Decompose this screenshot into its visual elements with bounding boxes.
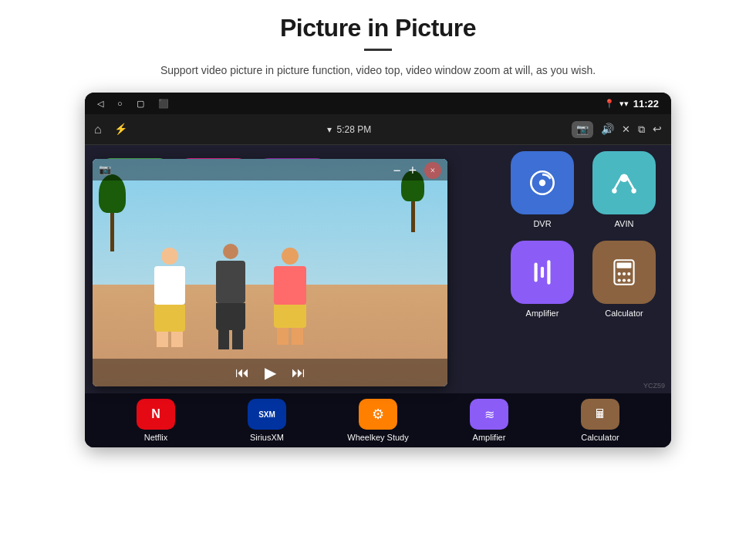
app-label-dvr: DVR <box>533 219 551 228</box>
app-label-calculator: Calculator <box>605 309 643 318</box>
pip-plus-btn[interactable]: + <box>409 163 417 179</box>
svg-point-12 <box>627 272 630 275</box>
bottom-icon-amplifier: ≋ <box>470 399 508 430</box>
svg-rect-5 <box>535 263 538 282</box>
bottom-icon-wheelkey: ⚙ <box>359 399 397 430</box>
pip-bottom-bar: ⏮ ▶ ⏭ <box>93 359 447 386</box>
bottom-app-calculator[interactable]: 🖩 Calculator <box>545 399 656 442</box>
app-item-calculator[interactable]: Calculator <box>589 241 659 318</box>
bottom-label-amplifier: Amplifier <box>473 433 506 442</box>
app-icon-avin <box>592 151 656 214</box>
beach-scene <box>93 159 447 386</box>
svg-point-2 <box>620 174 629 183</box>
home-nav-icon[interactable]: ⌂ <box>94 123 102 137</box>
pip-close-icon: × <box>430 165 436 177</box>
status-time: 11:22 <box>633 98 659 110</box>
svg-rect-9 <box>617 263 632 268</box>
svg-point-1 <box>539 180 545 186</box>
tree-left <box>99 174 126 251</box>
person-2 <box>212 244 249 352</box>
location-icon: 📍 <box>604 99 615 109</box>
camera-nav-btn[interactable]: 📷 <box>572 121 593 138</box>
nav-time: 5:28 PM <box>336 124 371 135</box>
person-3 <box>270 248 310 348</box>
page-subtitle: Support video picture in picture functio… <box>160 62 596 79</box>
bottom-icon-calculator: 🖩 <box>581 399 619 430</box>
pip-controls-right[interactable]: − + × <box>393 162 441 179</box>
bookmark-icon[interactable]: ⬛ <box>158 99 169 109</box>
status-bar: ◁ ○ ▢ ⬛ 📍 ▾▾ 11:22 <box>85 93 671 114</box>
bottom-icon-siriusxm: SXM <box>248 399 286 430</box>
bottom-app-netflix[interactable]: N Netflix <box>100 399 211 442</box>
pip-video[interactable]: 📷 − + × ⏮ ▶ ⏭ <box>93 159 447 386</box>
pip-prev-btn[interactable]: ⏮ <box>235 365 249 381</box>
bottom-icon-netflix: N <box>137 399 175 430</box>
home-circle-icon[interactable]: ○ <box>117 99 123 108</box>
nav-bar-right: 📷 🔊 ✕ ⧉ ↩ <box>572 121 662 138</box>
calculator-icon-svg <box>608 256 640 288</box>
close-nav-icon[interactable]: ✕ <box>622 123 630 136</box>
dvr-icon-svg <box>526 167 559 199</box>
app-icon-dvr <box>511 151 574 214</box>
pip-video-inner <box>93 159 447 386</box>
svg-rect-7 <box>547 261 550 285</box>
bottom-label-siriusxm: SiriusXM <box>250 433 284 442</box>
app-icon-calculator <box>592 241 656 304</box>
svg-rect-6 <box>541 267 544 278</box>
pip-camera-icon: 📷 <box>99 164 111 176</box>
bottom-app-wheelkey[interactable]: ⚙ Wheelkey Study <box>322 399 434 442</box>
svg-point-10 <box>618 272 621 275</box>
pip-minus-btn[interactable]: − <box>393 163 400 179</box>
pip-next-btn[interactable]: ⏭ <box>292 365 305 381</box>
bottom-label-calculator: Calculator <box>581 433 619 442</box>
svg-point-13 <box>618 279 621 282</box>
svg-point-15 <box>627 279 630 282</box>
nav-bar-center: ▾ 5:28 PM <box>327 124 371 135</box>
person-1 <box>150 248 189 344</box>
app-label-amplifier: Amplifier <box>526 309 559 318</box>
status-bar-right: 📍 ▾▾ 11:22 <box>604 98 659 110</box>
pip-close-btn[interactable]: × <box>424 162 441 179</box>
screen-area: 📷 − + × ⏮ ▶ ⏭ <box>85 145 671 447</box>
back-nav-icon[interactable]: ↩ <box>653 123 662 136</box>
usb-nav-icon[interactable]: ⚡ <box>114 123 127 136</box>
wifi-icon: ▾▾ <box>619 99 629 109</box>
watermark: YCZ59 <box>643 382 665 390</box>
app-item-dvr[interactable]: DVR <box>508 151 577 228</box>
back-arrow-icon[interactable]: ◁ <box>97 99 103 109</box>
svg-point-14 <box>623 279 626 282</box>
status-bar-left: ◁ ○ ▢ ⬛ <box>97 99 169 109</box>
amplifier-icon-svg <box>526 256 559 288</box>
bottom-app-amplifier[interactable]: ≋ Amplifier <box>434 399 545 442</box>
app-icon-amplifier <box>511 241 574 304</box>
bottom-label-netflix: Netflix <box>144 433 168 442</box>
app-row-bottom: N Netflix SXM SiriusXM ⚙ Wheelkey Study <box>85 393 671 447</box>
svg-point-4 <box>631 189 636 194</box>
bottom-app-siriusxm[interactable]: SXM SiriusXM <box>211 399 322 442</box>
pip-play-btn[interactable]: ▶ <box>265 363 276 382</box>
bottom-label-wheelkey: Wheelkey Study <box>347 433 408 442</box>
svg-point-11 <box>623 272 626 275</box>
device-frame: ◁ ○ ▢ ⬛ 📍 ▾▾ 11:22 ⌂ ⚡ ▾ 5:28 PM 📷 <box>85 93 671 447</box>
pip-nav-icon[interactable]: ⧉ <box>638 123 645 136</box>
volume-nav-icon[interactable]: 🔊 <box>601 123 614 136</box>
wifi-nav-icon: ▾ <box>327 124 332 135</box>
square-icon[interactable]: ▢ <box>137 99 144 109</box>
avin-icon-svg <box>608 167 640 199</box>
svg-point-3 <box>612 189 616 194</box>
app-label-avin: AVIN <box>615 219 634 228</box>
app-grid-right: DVR AVIN <box>508 151 659 318</box>
nav-bar: ⌂ ⚡ ▾ 5:28 PM 📷 🔊 ✕ ⧉ ↩ <box>85 114 671 145</box>
app-item-avin[interactable]: AVIN <box>589 151 659 228</box>
title-divider <box>364 49 392 51</box>
page-title: Picture in Picture <box>280 14 476 42</box>
app-item-amplifier[interactable]: Amplifier <box>508 241 577 318</box>
nav-bar-left: ⌂ ⚡ <box>94 123 127 137</box>
